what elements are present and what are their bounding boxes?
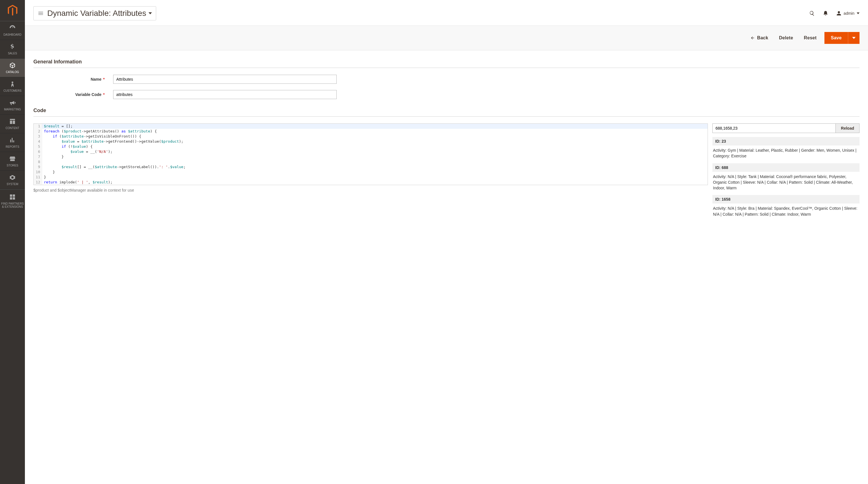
person-icon xyxy=(9,81,16,87)
sidebar-item-dashboard[interactable]: DASHBOARD xyxy=(0,21,25,40)
code-line: 9 $result[] = __($attribute->getStoreLab… xyxy=(34,164,708,170)
preview-result: ID: 688Activity: N/A | Style: Tank | Mat… xyxy=(712,163,860,193)
page-header: Dynamic Variable: Attributes admin xyxy=(25,0,868,26)
preview-result-head: ID: 1658 xyxy=(712,195,860,204)
page-title: Dynamic Variable: Attributes xyxy=(47,9,146,18)
sidebar-item-stores[interactable]: STORES xyxy=(0,152,25,171)
sidebar-item-reports[interactable]: REPORTS xyxy=(0,133,25,152)
code-line: 12return implode(' | ', $result); xyxy=(34,180,708,185)
sidebar-item-content[interactable]: CONTENT xyxy=(0,115,25,133)
dollar-icon xyxy=(9,43,16,50)
code-hint: $product and $objectManager available in… xyxy=(33,188,708,192)
name-input[interactable] xyxy=(113,75,337,84)
preview-result-body: Activity: N/A | Style: Bra | Material: S… xyxy=(712,204,860,219)
code-line: 7 } xyxy=(34,154,708,159)
preview-result: ID: 1658Activity: N/A | Style: Bra | Mat… xyxy=(712,195,860,219)
code-line: 11} xyxy=(34,175,708,180)
variable-code-input[interactable] xyxy=(113,90,337,99)
back-button[interactable]: Back xyxy=(750,35,768,40)
preview-result: ID: 23Activity: Gym | Material: Leather,… xyxy=(712,137,860,161)
user-menu[interactable]: admin xyxy=(836,11,860,16)
code-line: 2foreach ($product->getAttributes() as $… xyxy=(34,129,708,134)
variable-code-label: Variable Code* xyxy=(33,92,113,97)
code-line: 8 xyxy=(34,159,708,164)
delete-button[interactable]: Delete xyxy=(779,35,793,40)
code-line: 4 $value = $attribute->getFrontend()->ge… xyxy=(34,139,708,144)
sidebar-item-marketing[interactable]: MARKETING xyxy=(0,96,25,115)
arrow-left-icon xyxy=(750,36,755,40)
storefront-icon xyxy=(9,155,16,162)
bars-icon xyxy=(9,137,16,144)
sidebar-item-find-partners-extensions[interactable]: FIND PARTNERS & EXTENSIONS xyxy=(0,189,25,212)
caret-down-icon xyxy=(857,12,860,15)
save-button[interactable]: Save xyxy=(825,32,848,44)
search-icon[interactable] xyxy=(809,10,815,16)
save-dropdown-button[interactable] xyxy=(848,32,860,44)
gear-icon xyxy=(9,174,16,181)
code-line: 1$result = []; xyxy=(34,124,708,129)
section-general-title: General Information xyxy=(33,59,860,65)
section-code-title: Code xyxy=(33,108,860,114)
sidebar-item-customers[interactable]: CUSTOMERS xyxy=(0,77,25,96)
sidebar-item-system[interactable]: SYSTEM xyxy=(0,171,25,189)
code-line: 3 if ($attribute->getIsVisibleOnFront())… xyxy=(34,134,708,139)
bullhorn-icon xyxy=(9,99,16,106)
reload-button[interactable]: Reload xyxy=(836,123,860,133)
code-editor[interactable]: 1$result = [];2foreach ($product->getAtt… xyxy=(33,123,708,185)
dashboard-icon xyxy=(9,25,16,31)
preview-result-body: Activity: Gym | Material: Leather, Plast… xyxy=(712,146,860,161)
code-line: 10 } xyxy=(34,170,708,175)
reset-button[interactable]: Reset xyxy=(804,35,816,40)
preview-result-body: Activity: N/A | Style: Tank | Material: … xyxy=(712,172,860,193)
hamburger-icon xyxy=(38,10,44,17)
notifications-icon[interactable] xyxy=(823,10,828,16)
magento-logo[interactable] xyxy=(0,0,25,21)
cube-icon xyxy=(9,62,16,69)
sidebar-item-catalog[interactable]: CATALOG xyxy=(0,59,25,77)
layout-icon xyxy=(9,118,16,125)
action-bar: Back Delete Reset Save xyxy=(25,26,868,50)
admin-sidebar: DASHBOARDSALESCATALOGCUSTOMERSMARKETINGC… xyxy=(0,0,25,484)
user-name: admin xyxy=(844,11,855,16)
blocks-icon xyxy=(9,193,16,201)
sidebar-item-sales[interactable]: SALES xyxy=(0,40,25,59)
caret-down-icon xyxy=(852,36,856,40)
code-line: 6 $value = __('N/A'); xyxy=(34,149,708,154)
preview-result-head: ID: 23 xyxy=(712,137,860,146)
caret-down-icon xyxy=(149,11,152,15)
code-line: 5 if (!$value) { xyxy=(34,144,708,149)
preview-result-head: ID: 688 xyxy=(712,163,860,172)
name-label: Name* xyxy=(33,77,113,82)
preview-ids-input[interactable] xyxy=(712,123,836,133)
page-title-dropdown[interactable]: Dynamic Variable: Attributes xyxy=(33,6,156,20)
